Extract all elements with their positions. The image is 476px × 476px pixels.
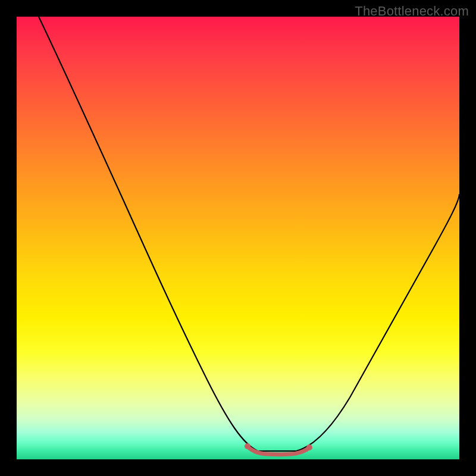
plot-area xyxy=(17,17,459,459)
chart-container: TheBottleneck.com xyxy=(0,0,476,476)
flat-segment-end-dot xyxy=(306,444,312,450)
flat-segment-start-dot xyxy=(245,443,250,449)
flat-segment-path xyxy=(248,446,309,455)
curve-svg xyxy=(17,17,459,459)
bottleneck-curve-path xyxy=(39,17,459,451)
